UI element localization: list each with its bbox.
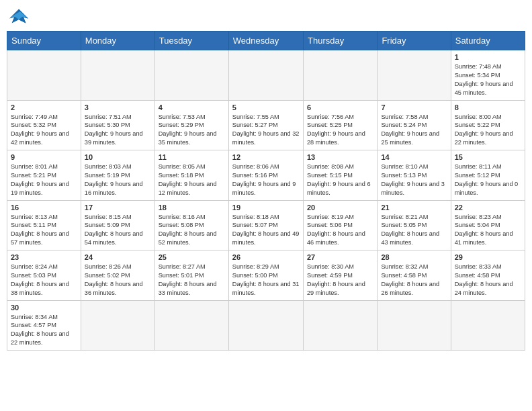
- day-number: 27: [307, 253, 373, 261]
- day-info: Sunrise: 7:58 AM Sunset: 5:24 PM Dayligh…: [381, 113, 447, 148]
- day-info: Sunrise: 8:01 AM Sunset: 5:21 PM Dayligh…: [11, 163, 77, 197]
- calendar-cell: 8Sunrise: 8:00 AM Sunset: 5:22 PM Daylig…: [451, 100, 525, 150]
- calendar-cell: 28Sunrise: 8:32 AM Sunset: 4:58 PM Dayli…: [378, 250, 451, 301]
- day-info: Sunrise: 7:49 AM Sunset: 5:32 PM Dayligh…: [11, 113, 77, 148]
- day-number: 23: [11, 253, 77, 261]
- day-info: Sunrise: 8:30 AM Sunset: 4:59 PM Dayligh…: [307, 263, 373, 298]
- logo-icon: [7, 7, 31, 26]
- day-number: 14: [381, 153, 447, 161]
- day-number: 8: [455, 103, 521, 111]
- day-number: 11: [159, 153, 225, 161]
- calendar-cell: 4Sunrise: 7:53 AM Sunset: 5:29 PM Daylig…: [154, 100, 228, 150]
- day-info: Sunrise: 8:21 AM Sunset: 5:05 PM Dayligh…: [381, 213, 447, 248]
- calendar-cell: 21Sunrise: 8:21 AM Sunset: 5:05 PM Dayli…: [378, 200, 451, 250]
- calendar-cell: 24Sunrise: 8:26 AM Sunset: 5:02 PM Dayli…: [81, 250, 154, 301]
- calendar-cell: 7Sunrise: 7:58 AM Sunset: 5:24 PM Daylig…: [378, 100, 451, 150]
- day-info: Sunrise: 8:05 AM Sunset: 5:18 PM Dayligh…: [159, 163, 225, 197]
- week-row-2: 2Sunrise: 7:49 AM Sunset: 5:32 PM Daylig…: [7, 100, 525, 150]
- calendar-cell: 20Sunrise: 8:19 AM Sunset: 5:06 PM Dayli…: [304, 200, 378, 250]
- day-info: Sunrise: 8:00 AM Sunset: 5:22 PM Dayligh…: [455, 113, 521, 148]
- calendar-cell: 19Sunrise: 8:18 AM Sunset: 5:07 PM Dayli…: [228, 200, 303, 250]
- day-number: 12: [232, 153, 300, 161]
- day-number: 30: [11, 304, 77, 312]
- day-number: 17: [85, 203, 151, 212]
- calendar-cell: 10Sunrise: 8:03 AM Sunset: 5:19 PM Dayli…: [81, 150, 154, 201]
- day-number: 28: [381, 253, 447, 261]
- day-number: 24: [85, 253, 151, 261]
- day-number: 26: [232, 253, 300, 261]
- day-number: 15: [455, 153, 521, 161]
- day-header-saturday: Saturday: [451, 32, 525, 50]
- day-header-friday: Friday: [378, 32, 451, 50]
- calendar-cell: [378, 50, 451, 101]
- calendar-cell: [378, 300, 451, 351]
- calendar-cell: 25Sunrise: 8:27 AM Sunset: 5:01 PM Dayli…: [154, 250, 228, 301]
- calendar-table: SundayMondayTuesdayWednesdayThursdayFrid…: [7, 31, 525, 351]
- day-info: Sunrise: 8:32 AM Sunset: 4:58 PM Dayligh…: [381, 263, 447, 298]
- day-header-wednesday: Wednesday: [228, 32, 303, 50]
- day-info: Sunrise: 8:11 AM Sunset: 5:12 PM Dayligh…: [455, 163, 521, 197]
- day-number: 25: [159, 253, 225, 261]
- calendar-cell: 12Sunrise: 8:06 AM Sunset: 5:16 PM Dayli…: [228, 150, 303, 201]
- day-number: 18: [159, 203, 225, 212]
- day-number: 9: [11, 153, 77, 161]
- day-info: Sunrise: 8:27 AM Sunset: 5:01 PM Dayligh…: [159, 263, 225, 298]
- day-info: Sunrise: 7:56 AM Sunset: 5:25 PM Dayligh…: [307, 113, 373, 148]
- calendar-cell: [451, 300, 525, 351]
- day-number: 20: [307, 203, 373, 212]
- calendar-cell: 26Sunrise: 8:29 AM Sunset: 5:00 PM Dayli…: [228, 250, 303, 301]
- calendar-cell: 11Sunrise: 8:05 AM Sunset: 5:18 PM Dayli…: [154, 150, 228, 201]
- day-number: 13: [307, 153, 373, 161]
- calendar-cell: 1Sunrise: 7:48 AM Sunset: 5:34 PM Daylig…: [451, 50, 525, 101]
- week-row-5: 23Sunrise: 8:24 AM Sunset: 5:03 PM Dayli…: [7, 250, 525, 301]
- calendar-cell: [304, 50, 378, 101]
- day-number: 1: [455, 53, 521, 61]
- calendar-cell: 2Sunrise: 7:49 AM Sunset: 5:32 PM Daylig…: [7, 100, 81, 150]
- day-number: 16: [11, 203, 77, 212]
- calendar-cell: 15Sunrise: 8:11 AM Sunset: 5:12 PM Dayli…: [451, 150, 525, 201]
- day-number: 19: [232, 203, 300, 212]
- calendar-cell: 9Sunrise: 8:01 AM Sunset: 5:21 PM Daylig…: [7, 150, 81, 201]
- day-info: Sunrise: 7:55 AM Sunset: 5:27 PM Dayligh…: [232, 113, 300, 148]
- day-info: Sunrise: 8:18 AM Sunset: 5:07 PM Dayligh…: [232, 213, 300, 248]
- calendar-cell: 23Sunrise: 8:24 AM Sunset: 5:03 PM Dayli…: [7, 250, 81, 301]
- calendar-cell: [228, 50, 303, 101]
- header-row: SundayMondayTuesdayWednesdayThursdayFrid…: [7, 32, 525, 50]
- day-number: 3: [85, 103, 151, 111]
- day-info: Sunrise: 8:19 AM Sunset: 5:06 PM Dayligh…: [307, 213, 373, 248]
- week-row-4: 16Sunrise: 8:13 AM Sunset: 5:11 PM Dayli…: [7, 200, 525, 250]
- calendar-cell: [81, 300, 154, 351]
- calendar-cell: 13Sunrise: 8:08 AM Sunset: 5:15 PM Dayli…: [304, 150, 378, 201]
- week-row-3: 9Sunrise: 8:01 AM Sunset: 5:21 PM Daylig…: [7, 150, 525, 201]
- day-number: 5: [232, 103, 300, 111]
- calendar-cell: 30Sunrise: 8:34 AM Sunset: 4:57 PM Dayli…: [7, 300, 81, 351]
- day-info: Sunrise: 8:34 AM Sunset: 4:57 PM Dayligh…: [11, 313, 77, 348]
- day-number: 22: [455, 203, 521, 212]
- day-info: Sunrise: 8:15 AM Sunset: 5:09 PM Dayligh…: [85, 213, 151, 248]
- week-row-1: 1Sunrise: 7:48 AM Sunset: 5:34 PM Daylig…: [7, 50, 525, 101]
- day-header-thursday: Thursday: [304, 32, 378, 50]
- day-info: Sunrise: 8:29 AM Sunset: 5:00 PM Dayligh…: [232, 263, 300, 298]
- day-info: Sunrise: 8:06 AM Sunset: 5:16 PM Dayligh…: [232, 163, 300, 197]
- calendar-cell: 14Sunrise: 8:10 AM Sunset: 5:13 PM Dayli…: [378, 150, 451, 201]
- day-header-monday: Monday: [81, 32, 154, 50]
- calendar-cell: [7, 50, 81, 101]
- day-header-tuesday: Tuesday: [154, 32, 228, 50]
- calendar-cell: 6Sunrise: 7:56 AM Sunset: 5:25 PM Daylig…: [304, 100, 378, 150]
- day-info: Sunrise: 8:13 AM Sunset: 5:11 PM Dayligh…: [11, 213, 77, 248]
- calendar-cell: [228, 300, 303, 351]
- day-number: 29: [455, 253, 521, 261]
- logo: [7, 7, 34, 26]
- calendar-cell: 5Sunrise: 7:55 AM Sunset: 5:27 PM Daylig…: [228, 100, 303, 150]
- day-info: Sunrise: 8:16 AM Sunset: 5:08 PM Dayligh…: [159, 213, 225, 248]
- day-info: Sunrise: 8:10 AM Sunset: 5:13 PM Dayligh…: [381, 163, 447, 197]
- calendar-cell: 29Sunrise: 8:33 AM Sunset: 4:58 PM Dayli…: [451, 250, 525, 301]
- week-row-6: 30Sunrise: 8:34 AM Sunset: 4:57 PM Dayli…: [7, 300, 525, 351]
- calendar-cell: 17Sunrise: 8:15 AM Sunset: 5:09 PM Dayli…: [81, 200, 154, 250]
- day-info: Sunrise: 8:23 AM Sunset: 5:04 PM Dayligh…: [455, 213, 521, 248]
- day-header-sunday: Sunday: [7, 32, 81, 50]
- calendar-cell: [154, 50, 228, 101]
- day-number: 10: [85, 153, 151, 161]
- calendar-cell: 27Sunrise: 8:30 AM Sunset: 4:59 PM Dayli…: [304, 250, 378, 301]
- day-info: Sunrise: 8:33 AM Sunset: 4:58 PM Dayligh…: [455, 263, 521, 298]
